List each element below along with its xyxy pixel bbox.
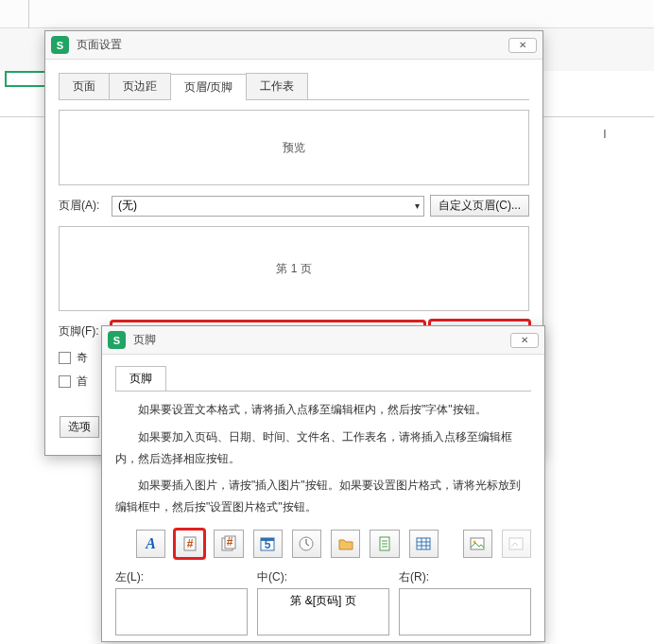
close-button[interactable]: ✕ bbox=[510, 333, 539, 348]
header-select[interactable]: (无) bbox=[112, 196, 424, 217]
page-number-button[interactable]: # bbox=[175, 530, 204, 558]
instruction-text-2: 如果要加入页码、日期、时间、文件名、工作表名，请将插入点移至编辑框内，然后选择相… bbox=[115, 426, 531, 470]
page-number-icon: # bbox=[181, 535, 198, 552]
column-header: I bbox=[567, 128, 643, 141]
date-button[interactable]: 5 bbox=[253, 530, 283, 558]
date-icon: 5 bbox=[259, 535, 276, 552]
instruction-text-3: 如果要插入图片，请按"插入图片"按钮。如果要设置图片格式，请将光标放到编辑框中，… bbox=[115, 475, 531, 518]
app-icon: S bbox=[51, 36, 69, 54]
dialog-title: 页面设置 bbox=[77, 37, 122, 53]
footer-dialog: S 页脚 ✕ 页脚 如果要设置文本格式，请将插入点移至编辑框内，然后按"字体"按… bbox=[101, 325, 545, 642]
active-cell[interactable] bbox=[5, 71, 47, 87]
center-section-edit[interactable]: 第 &[页码] 页 bbox=[257, 588, 389, 635]
preview-label: 预览 bbox=[283, 140, 305, 156]
left-section-label: 左(L): bbox=[115, 569, 248, 585]
font-button[interactable]: A bbox=[136, 530, 165, 558]
svg-text:#: # bbox=[227, 535, 233, 548]
right-section-edit[interactable] bbox=[399, 588, 531, 635]
time-icon bbox=[298, 535, 315, 552]
tab-page[interactable]: 页面 bbox=[59, 73, 110, 99]
image-icon bbox=[469, 535, 486, 552]
total-pages-icon: # bbox=[220, 535, 237, 552]
options-button[interactable]: 选项 bbox=[60, 416, 99, 438]
firstpage-checkbox[interactable] bbox=[59, 375, 71, 388]
footer-dialog-title: 页脚 bbox=[133, 332, 156, 348]
sheet-icon bbox=[415, 535, 432, 552]
right-section-label: 右(R): bbox=[399, 569, 531, 585]
tab-sheet[interactable]: 工作表 bbox=[246, 73, 308, 99]
app-icon: S bbox=[108, 331, 126, 349]
total-pages-button[interactable]: # bbox=[214, 530, 243, 558]
time-button[interactable] bbox=[292, 530, 321, 558]
tab-header-footer[interactable]: 页眉/页脚 bbox=[170, 74, 247, 100]
folder-icon bbox=[337, 535, 354, 552]
header-value: (无) bbox=[118, 198, 137, 214]
center-section-label: 中(C): bbox=[257, 569, 389, 585]
format-image-button[interactable] bbox=[502, 530, 531, 558]
insert-image-button[interactable] bbox=[463, 530, 492, 558]
tabstrip: 页面 页边距 页眉/页脚 工作表 bbox=[59, 73, 529, 100]
footer-label: 页脚(F): bbox=[59, 323, 106, 339]
footer-preview: 第 1 页 bbox=[59, 226, 529, 311]
odd-even-label: 奇 bbox=[77, 350, 88, 366]
close-button[interactable]: ✕ bbox=[508, 38, 537, 53]
footer-tab[interactable]: 页脚 bbox=[115, 366, 166, 391]
file-path-button[interactable] bbox=[331, 530, 360, 558]
footer-dialog-titlebar[interactable]: S 页脚 ✕ bbox=[102, 326, 544, 355]
header-label: 页眉(A): bbox=[59, 198, 106, 214]
dialog-titlebar[interactable]: S 页面设置 ✕ bbox=[45, 31, 542, 60]
odd-even-checkbox[interactable] bbox=[59, 352, 71, 364]
header-preview: 预览 bbox=[59, 110, 529, 185]
instruction-text-1: 如果要设置文本格式，请将插入点移至编辑框内，然后按"字体"按钮。 bbox=[115, 399, 531, 421]
svg-rect-10 bbox=[417, 538, 430, 549]
custom-header-button[interactable]: 自定义页眉(C)... bbox=[430, 195, 529, 217]
file-name-button[interactable] bbox=[370, 530, 399, 558]
sheet-name-button[interactable] bbox=[409, 530, 439, 558]
firstpage-label: 首 bbox=[77, 374, 88, 390]
svg-text:#: # bbox=[186, 537, 193, 550]
format-image-icon bbox=[508, 535, 525, 552]
svg-text:5: 5 bbox=[265, 538, 271, 551]
svg-rect-11 bbox=[471, 538, 484, 549]
file-icon bbox=[376, 535, 393, 552]
footer-preview-text: 第 1 页 bbox=[276, 261, 311, 277]
left-section-edit[interactable] bbox=[115, 588, 248, 635]
tab-margins[interactable]: 页边距 bbox=[109, 73, 171, 99]
